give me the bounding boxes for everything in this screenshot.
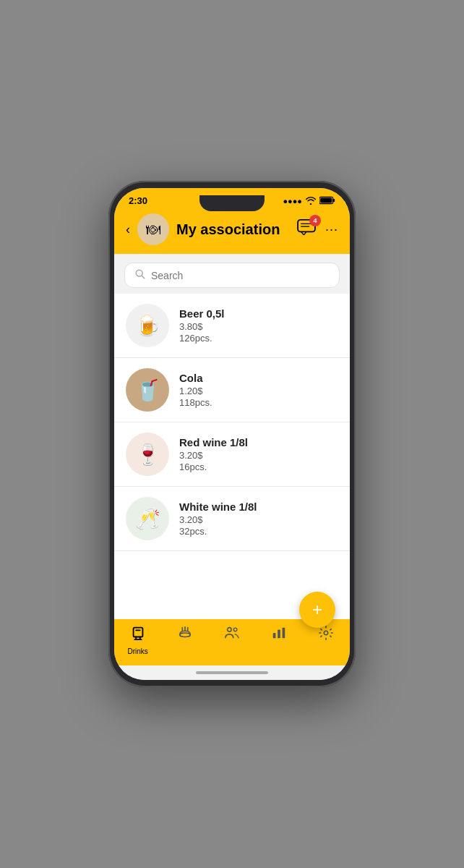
page-title: My association bbox=[176, 221, 288, 238]
add-button[interactable]: + bbox=[299, 592, 335, 628]
search-icon bbox=[135, 269, 145, 281]
svg-rect-1 bbox=[333, 198, 335, 201]
item-price: 3.80$ bbox=[179, 321, 338, 332]
item-price: 1.20$ bbox=[179, 386, 338, 396]
status-time: 2:30 bbox=[129, 195, 147, 206]
item-name: Red wine 1/8l bbox=[179, 436, 338, 448]
item-name: White wine 1/8l bbox=[179, 501, 338, 513]
svg-rect-18 bbox=[283, 628, 285, 639]
notification-badge: 4 bbox=[309, 215, 321, 226]
nav-item-2[interactable] bbox=[208, 625, 255, 645]
svg-rect-8 bbox=[133, 628, 142, 637]
item-qty: 118pcs. bbox=[179, 397, 338, 408]
fab-container: + bbox=[299, 592, 335, 628]
signal-icon: ●●●● bbox=[283, 197, 302, 205]
nav-icon-4 bbox=[318, 625, 334, 645]
product-list: 🍺 Beer 0,5l 3.80$ 126pcs. 🥤 Cola 1.20$ 1… bbox=[114, 294, 350, 619]
chat-button[interactable]: 4 bbox=[295, 218, 318, 241]
search-input[interactable] bbox=[151, 270, 329, 281]
more-button[interactable]: ··· bbox=[325, 222, 338, 237]
nav-item-3[interactable] bbox=[256, 625, 303, 645]
item-image: 🍺 bbox=[126, 304, 169, 347]
item-image: 🥂 bbox=[126, 497, 169, 540]
list-item[interactable]: 🥂 White wine 1/8l 3.20$ 32pcs. bbox=[114, 487, 350, 551]
notch bbox=[199, 195, 265, 211]
header: ‹ 🍽 My association 4 ··· bbox=[114, 209, 350, 254]
nav-icon-0 bbox=[130, 625, 146, 645]
item-info: Red wine 1/8l 3.20$ 16pcs. bbox=[179, 436, 338, 472]
nav-icon-2 bbox=[224, 625, 240, 645]
svg-line-7 bbox=[142, 276, 145, 278]
wifi-icon bbox=[305, 196, 317, 206]
list-item[interactable]: 🍷 Red wine 1/8l 3.20$ 16pcs. bbox=[114, 422, 350, 487]
header-actions: 4 ··· bbox=[295, 218, 338, 241]
item-qty: 16pcs. bbox=[179, 461, 338, 472]
search-container bbox=[114, 254, 350, 294]
nav-item-1[interactable] bbox=[161, 625, 208, 645]
svg-rect-2 bbox=[320, 197, 332, 203]
item-image: 🥤 bbox=[126, 368, 169, 412]
item-image: 🍷 bbox=[126, 433, 169, 476]
svg-rect-9 bbox=[135, 629, 140, 631]
home-bar bbox=[196, 671, 268, 674]
home-indicator bbox=[114, 665, 350, 680]
svg-rect-16 bbox=[273, 633, 276, 638]
item-price: 3.20$ bbox=[179, 514, 338, 525]
item-info: Beer 0,5l 3.80$ 126pcs. bbox=[179, 307, 338, 344]
item-price: 3.20$ bbox=[179, 450, 338, 461]
svg-point-15 bbox=[233, 628, 237, 631]
nav-icon-1 bbox=[177, 625, 193, 645]
item-name: Beer 0,5l bbox=[179, 307, 338, 320]
item-name: Cola bbox=[179, 372, 338, 384]
svg-point-19 bbox=[325, 631, 329, 635]
nav-item-0[interactable]: Drinks bbox=[114, 625, 161, 655]
item-info: Cola 1.20$ 118pcs. bbox=[179, 372, 338, 408]
item-qty: 32pcs. bbox=[179, 526, 338, 537]
list-item[interactable]: 🍺 Beer 0,5l 3.80$ 126pcs. bbox=[114, 294, 350, 358]
nav-icon-3 bbox=[271, 625, 287, 645]
nav-item-4[interactable] bbox=[303, 625, 350, 645]
svg-point-14 bbox=[228, 628, 232, 632]
svg-point-10 bbox=[179, 633, 190, 637]
svg-rect-17 bbox=[278, 629, 280, 638]
nav-label-0: Drinks bbox=[127, 647, 147, 655]
back-button[interactable]: ‹ bbox=[126, 222, 130, 237]
status-icons: ●●●● bbox=[283, 196, 335, 206]
search-box bbox=[124, 263, 340, 288]
battery-icon bbox=[319, 196, 335, 206]
item-qty: 126pcs. bbox=[179, 333, 338, 344]
avatar: 🍽 bbox=[137, 213, 169, 245]
list-item[interactable]: 🥤 Cola 1.20$ 118pcs. bbox=[114, 358, 350, 422]
item-info: White wine 1/8l 3.20$ 32pcs. bbox=[179, 501, 338, 537]
